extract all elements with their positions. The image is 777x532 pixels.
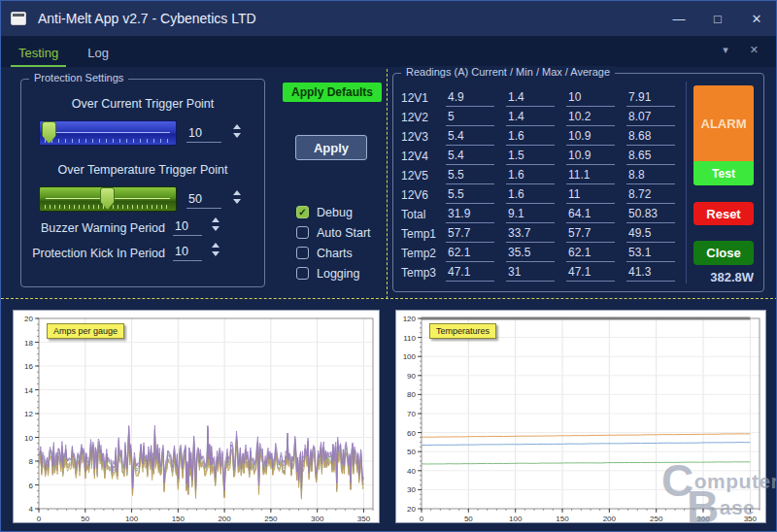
- reading-value[interactable]: 11: [566, 187, 615, 204]
- kickin-period-value[interactable]: 10: [173, 245, 202, 261]
- reset-button[interactable]: Reset: [693, 202, 754, 225]
- spin-down-icon[interactable]: [233, 133, 241, 138]
- reading-value[interactable]: 35.5: [506, 246, 555, 262]
- reading-value[interactable]: 33.7: [506, 226, 555, 243]
- reading-value[interactable]: 1.6: [506, 187, 555, 204]
- spin-up-icon[interactable]: [233, 124, 241, 129]
- spin-up-icon[interactable]: [212, 243, 220, 248]
- over-temp-value[interactable]: 50: [186, 192, 221, 209]
- reading-value[interactable]: 1.4: [506, 110, 555, 126]
- close-icon[interactable]: ✕: [749, 12, 764, 26]
- svg-text:16: 16: [24, 362, 33, 371]
- reading-value[interactable]: 7.91: [626, 90, 675, 107]
- checkbox-logging[interactable]: Logging: [296, 263, 371, 283]
- svg-text:110: 110: [403, 334, 416, 343]
- svg-text:350: 350: [744, 515, 758, 523]
- minimize-icon[interactable]: —: [671, 12, 687, 26]
- reading-value[interactable]: 5.5: [446, 187, 494, 204]
- reading-value[interactable]: 8.72: [626, 187, 675, 204]
- reading-value[interactable]: 53.1: [626, 246, 675, 262]
- reading-row-12v1: 12V14.91.4107.91: [401, 87, 687, 107]
- checkbox-checked-icon[interactable]: ✓: [296, 206, 309, 218]
- reading-value[interactable]: 5.4: [446, 149, 494, 165]
- spin-up-icon[interactable]: [212, 217, 220, 222]
- reading-value[interactable]: 8.68: [626, 129, 675, 146]
- reading-row-temp2: Temp262.135.562.153.1: [401, 243, 687, 262]
- reading-value[interactable]: 62.1: [446, 246, 494, 262]
- checkbox-label: Auto Start: [317, 226, 371, 240]
- reading-value[interactable]: 5: [446, 110, 494, 126]
- reading-value[interactable]: 47.1: [446, 265, 494, 282]
- app-window: Anti-Melt App v2.7 - Cybenetics LTD — □ …: [0, 0, 777, 532]
- reading-value[interactable]: 8.07: [626, 110, 675, 126]
- checkbox-label: Charts: [317, 247, 353, 260]
- reading-value[interactable]: 64.1: [566, 207, 615, 223]
- reading-value[interactable]: 62.1: [566, 246, 615, 262]
- reading-value[interactable]: 31: [506, 265, 555, 282]
- reading-label: Total: [401, 208, 446, 223]
- vertical-dashed-separator: [387, 69, 388, 299]
- svg-text:4: 4: [29, 505, 34, 514]
- reading-label: Temp2: [401, 247, 446, 262]
- reading-value[interactable]: 49.5: [626, 226, 675, 243]
- reading-value[interactable]: 5.5: [446, 168, 494, 184]
- svg-text:350: 350: [357, 515, 371, 523]
- svg-text:50: 50: [81, 515, 89, 523]
- spin-down-icon[interactable]: [212, 226, 220, 231]
- over-current-slider[interactable]: [39, 120, 177, 146]
- amps-chart: 468101214161820050100150200250300350: [14, 311, 381, 524]
- apply-button[interactable]: Apply: [295, 135, 367, 160]
- kickin-period-spinner[interactable]: [210, 243, 221, 256]
- checkbox-charts[interactable]: Charts: [296, 243, 371, 263]
- reading-value[interactable]: 47.1: [566, 265, 615, 282]
- reading-value[interactable]: 4.9: [446, 90, 494, 107]
- checkbox-unchecked-icon[interactable]: [296, 226, 309, 239]
- horizontal-dashed-separator: [1, 298, 777, 299]
- reading-value[interactable]: 10: [566, 90, 615, 107]
- close-button[interactable]: Close: [693, 241, 754, 265]
- spin-down-icon[interactable]: [212, 251, 220, 256]
- tab-testing[interactable]: Testing: [11, 40, 66, 67]
- checkbox-debug[interactable]: ✓Debug: [296, 202, 371, 222]
- reading-value[interactable]: 8.8: [626, 168, 675, 184]
- reading-value[interactable]: 1.4: [506, 90, 555, 107]
- test-button[interactable]: Test: [693, 161, 754, 185]
- reading-value[interactable]: 1.6: [506, 129, 555, 146]
- over-current-value[interactable]: 10: [186, 126, 221, 143]
- over-current-spinner[interactable]: [231, 124, 243, 138]
- reading-value[interactable]: 1.5: [506, 149, 555, 165]
- reading-value[interactable]: 41.3: [626, 265, 675, 282]
- reading-label: 12V2: [401, 111, 446, 126]
- reading-row-12v3: 12V35.41.610.98.68: [401, 126, 687, 146]
- apply-defaults-button[interactable]: Apply Defaults: [283, 83, 382, 102]
- over-temp-slider[interactable]: [39, 186, 177, 212]
- checkbox-label: Debug: [317, 206, 353, 219]
- reading-value[interactable]: 31.9: [446, 207, 494, 223]
- reading-value[interactable]: 5.4: [446, 129, 494, 146]
- buzzer-period-value[interactable]: 10: [173, 219, 202, 236]
- reading-value[interactable]: 57.7: [566, 226, 615, 243]
- reading-label: Temp3: [401, 266, 446, 282]
- spin-down-icon[interactable]: [233, 199, 241, 204]
- tab-dropdown-icon[interactable]: ▾: [723, 44, 728, 56]
- tab-log[interactable]: Log: [80, 40, 117, 67]
- reading-value[interactable]: 8.65: [626, 149, 675, 165]
- reading-value[interactable]: 9.1: [506, 207, 555, 223]
- checkbox-auto-start[interactable]: Auto Start: [296, 222, 371, 243]
- reading-value[interactable]: 10.9: [566, 129, 615, 146]
- checkbox-unchecked-icon[interactable]: [296, 267, 309, 280]
- maximize-icon[interactable]: □: [710, 12, 726, 26]
- temps-chart: 2030405060708090100110120050100150200250…: [396, 311, 767, 524]
- spin-up-icon[interactable]: [233, 190, 241, 195]
- temps-chart-panel: 2030405060708090100110120050100150200250…: [395, 310, 766, 523]
- checkbox-unchecked-icon[interactable]: [296, 247, 309, 259]
- reading-value[interactable]: 10.2: [566, 110, 615, 126]
- reading-value[interactable]: 1.6: [506, 168, 555, 184]
- over-temp-spinner[interactable]: [231, 190, 243, 204]
- buzzer-period-spinner[interactable]: [210, 217, 221, 231]
- reading-value[interactable]: 11.1: [566, 168, 615, 184]
- reading-value[interactable]: 10.9: [566, 149, 615, 165]
- reading-value[interactable]: 50.83: [626, 207, 675, 223]
- tab-close-icon[interactable]: ✕: [750, 44, 759, 56]
- reading-value[interactable]: 57.7: [446, 226, 494, 243]
